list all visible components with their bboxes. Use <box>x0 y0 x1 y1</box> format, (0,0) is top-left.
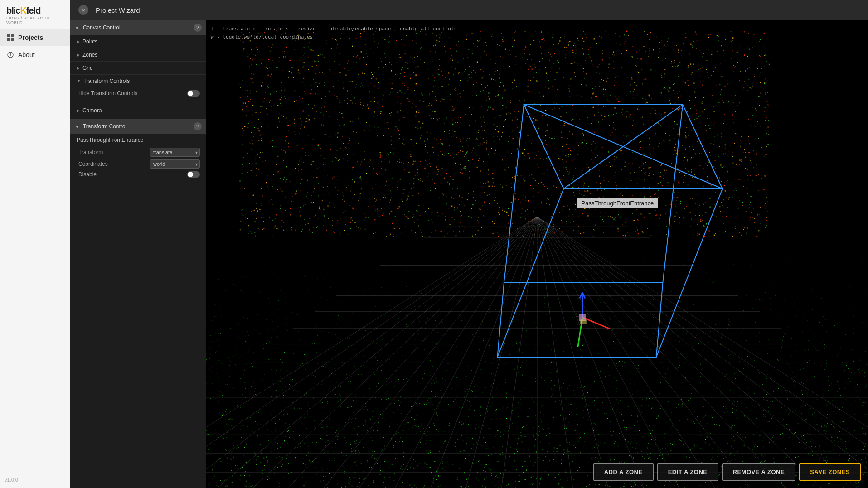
zone-name: PassThroughFrontEntrance <box>70 134 206 145</box>
sidebar: blicKfeld LiDAR / scan your world Projec… <box>0 0 70 488</box>
edit-zone-button[interactable]: EDIT A ZONE <box>657 463 718 481</box>
main-area: × Project Wizard ▼ Canvas Control ? ▶ Po… <box>70 0 868 488</box>
logo-tagline: LiDAR / scan your world <box>6 16 63 25</box>
zones-header[interactable]: ▶ Zones <box>70 48 206 61</box>
camera-subsection: ▶ Camera <box>70 104 206 117</box>
canvas-area: t - translate r - rotate s - resize l - … <box>206 20 868 488</box>
transform-controls-header[interactable]: ▼ Transform Controls <box>70 75 206 87</box>
grid-subsection: ▶ Grid <box>70 62 206 75</box>
canvas-control-help-button[interactable]: ? <box>194 24 202 32</box>
close-button[interactable]: × <box>78 5 88 15</box>
camera-label: Camera <box>82 107 102 114</box>
transform-control-help-button[interactable]: ? <box>194 122 202 130</box>
svg-rect-3 <box>11 38 14 41</box>
hide-transform-controls-row: Hide Transform Controls <box>78 90 200 97</box>
transform-controls-subsection: ▼ Transform Controls Hide Transform Cont… <box>70 75 206 104</box>
logo-area: blicKfeld LiDAR / scan your world <box>0 0 70 29</box>
transform-select-wrapper: translate rotate resize <box>150 148 200 157</box>
points-chevron: ▶ <box>77 39 80 44</box>
hide-transform-controls-label: Hide Transform Controls <box>78 90 137 97</box>
control-panel: ▼ Canvas Control ? ▶ Points ▶ Zones <box>70 20 206 488</box>
logo: blicKfeld <box>6 5 63 15</box>
points-subsection: ▶ Points <box>70 35 206 48</box>
coordinates-select-wrapper: world local <box>150 159 200 169</box>
scene-canvas[interactable] <box>206 20 868 488</box>
svg-rect-1 <box>11 34 14 37</box>
transform-controls-content: Hide Transform Controls <box>70 87 206 104</box>
disable-row: Disable <box>78 171 200 178</box>
camera-header[interactable]: ▶ Camera <box>70 104 206 117</box>
camera-chevron: ▶ <box>77 108 80 113</box>
hide-transform-controls-toggle[interactable] <box>187 90 200 97</box>
sidebar-item-about[interactable]: About <box>0 46 70 63</box>
canvas-control-chevron: ▼ <box>75 25 79 30</box>
zones-label: Zones <box>82 52 97 58</box>
grid-header[interactable]: ▶ Grid <box>70 62 206 74</box>
transform-controls-chevron: ▼ <box>77 79 81 83</box>
project-title: Project Wizard <box>96 6 140 14</box>
transform-label: Transform <box>78 149 103 155</box>
disable-toggle[interactable] <box>187 171 200 178</box>
svg-rect-2 <box>7 38 10 41</box>
transform-select[interactable]: translate rotate resize <box>150 148 200 157</box>
points-header[interactable]: ▶ Points <box>70 35 206 48</box>
sidebar-item-projects[interactable]: Projects <box>0 29 70 46</box>
transform-controls-label: Transform Controls <box>83 78 130 84</box>
canvas-control-header[interactable]: ▼ Canvas Control ? <box>70 20 206 35</box>
canvas-control-title: Canvas Control <box>83 24 121 31</box>
zones-chevron: ▶ <box>77 53 80 57</box>
points-label: Points <box>82 39 97 45</box>
version-label: v1.0.0 <box>5 477 18 483</box>
titlebar: × Project Wizard <box>70 0 868 20</box>
disable-label: Disable <box>78 171 97 178</box>
bottom-bar: ADD A ZONE EDIT A ZONE REMOVE A ZONE SAV… <box>593 463 861 481</box>
transform-fields: Transform translate rotate resize Coordi… <box>70 145 206 185</box>
transform-control-section-header[interactable]: ▼ Transform Control ? <box>70 119 206 134</box>
grid-chevron: ▶ <box>77 66 80 70</box>
sidebar-item-projects-label: Projects <box>18 34 43 41</box>
svg-rect-0 <box>7 34 10 37</box>
transform-control-chevron: ▼ <box>75 124 79 129</box>
remove-zone-button[interactable]: REMOVE A ZONE <box>722 463 796 481</box>
add-zone-button[interactable]: ADD A ZONE <box>593 463 654 481</box>
sidebar-item-about-label: About <box>18 51 35 58</box>
save-zones-button[interactable]: SAVE ZONES <box>799 463 861 481</box>
grid-label: Grid <box>82 65 93 71</box>
coordinates-label: Coordinates <box>78 161 108 167</box>
svg-point-6 <box>10 53 11 54</box>
transform-row: Transform translate rotate resize <box>78 148 200 157</box>
coordinates-select[interactable]: world local <box>150 159 200 169</box>
coordinates-row: Coordinates world local <box>78 159 200 169</box>
info-icon <box>6 51 15 59</box>
zones-subsection: ▶ Zones <box>70 48 206 62</box>
transform-control-title: Transform Control <box>83 123 126 130</box>
content-row: ▼ Canvas Control ? ▶ Points ▶ Zones <box>70 20 868 488</box>
grid-icon <box>6 34 15 42</box>
